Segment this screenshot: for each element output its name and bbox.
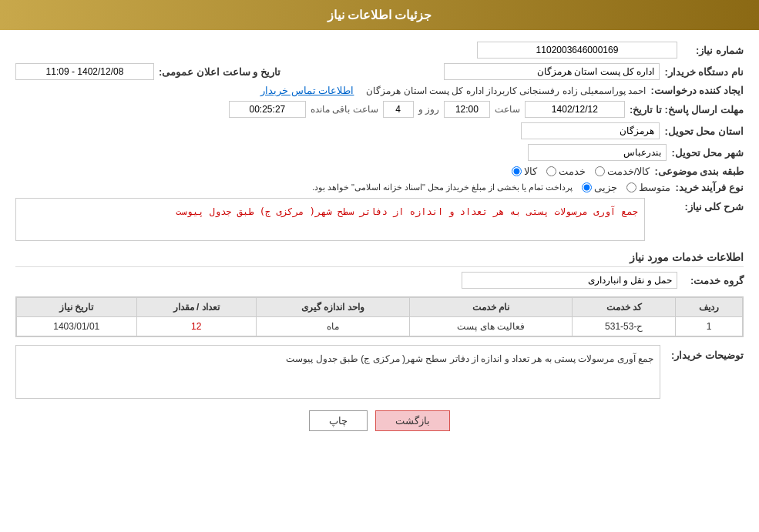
need-number-row: شماره نیاز: (15, 42, 744, 59)
table-header-row: ردیف کد خدمت نام خدمت واحد اندازه گیری ت… (17, 298, 743, 317)
purchase-radio-item-motavasset: متوسط (626, 182, 670, 193)
category-kala-label: کالا (524, 166, 537, 177)
category-radio-item-kala: کالا (512, 166, 537, 177)
need-number-label: شماره نیاز: (682, 45, 744, 56)
page-title: جزئیات اطلاعات نیاز (327, 8, 432, 22)
cell-row-num: 1 (676, 317, 743, 336)
print-button[interactable]: چاپ (309, 410, 368, 431)
cell-quantity: 12 (136, 317, 256, 336)
deadline-days-label: روز و (418, 104, 439, 115)
page-container: جزئیات اطلاعات نیاز شماره نیاز: نام دستگ… (0, 0, 759, 532)
purchase-jozi-label: جزیی (594, 182, 617, 193)
cell-date: 1403/01/01 (17, 317, 137, 336)
category-radio-kala[interactable] (512, 166, 522, 176)
service-group-label: گروه خدمت: (682, 275, 744, 286)
deadline-label: مهلت ارسال پاسخ: تا تاریخ: (630, 104, 744, 115)
services-table: ردیف کد خدمت نام خدمت واحد اندازه گیری ت… (16, 297, 743, 336)
category-radio-kala-khedmat[interactable] (595, 166, 605, 176)
col-service-name: نام خدمت (410, 298, 573, 317)
cell-service-name: فعالیت های پست (410, 317, 573, 336)
category-radio-item-khedmat: خدمت (546, 166, 586, 177)
deadline-row: مهلت ارسال پاسخ: تا تاریخ: ساعت روز و سا… (15, 101, 744, 118)
cell-unit: ماه (256, 317, 409, 336)
province-label: استان محل تحویل: (664, 125, 744, 137)
category-row: طبقه بندی موضوعی: کالا/خدمت خدمت کالا (15, 166, 744, 177)
purchase-type-row: نوع فرآیند خرید: متوسط جزیی پرداخت تمام … (15, 182, 744, 193)
creator-value: احمد پوراسمعیلی زاده رفسنجانی کاربرداز ا… (366, 85, 646, 96)
services-section-title: اطلاعات خدمات مورد نیاز (15, 251, 744, 267)
city-label: شهر محل تحویل: (671, 147, 744, 159)
org-row: نام دستگاه خریدار: تاریخ و ساعت اعلان عم… (15, 63, 744, 80)
cell-service-code: ح-53-531 (573, 317, 676, 336)
need-desc-textarea[interactable]: جمع آوری مرسولات پستی به هر تعداد و اندا… (15, 198, 645, 241)
creator-label: ایجاد کننده درخواست: (650, 85, 744, 96)
deadline-time-label: ساعت (495, 104, 520, 115)
creator-row: ایجاد کننده درخواست: احمد پوراسمعیلی زاد… (15, 85, 744, 96)
col-date: تاریخ نیاز (17, 298, 137, 317)
service-group-input[interactable] (462, 272, 677, 289)
purchase-type-label: نوع فرآیند خرید: (675, 182, 744, 193)
deadline-time-input[interactable] (444, 101, 490, 118)
deadline-remaining-input[interactable] (229, 101, 306, 118)
category-radio-item-kala-khedmat: کالا/خدمت (595, 166, 650, 177)
category-kala-khedmat-label: کالا/خدمت (607, 166, 650, 177)
content-area: شماره نیاز: نام دستگاه خریدار: تاریخ و س… (0, 30, 759, 450)
creator-link[interactable]: اطلاعات تماس خریدار (260, 85, 354, 96)
buyer-desc-text: جمع آوری مرسولات پستی به هر تعداد و اندا… (286, 353, 653, 364)
category-radio-group: کالا/خدمت خدمت کالا (512, 166, 650, 177)
org-name-input[interactable] (444, 63, 660, 80)
col-service-code: کد خدمت (573, 298, 676, 317)
service-group-row: گروه خدمت: (15, 272, 744, 289)
deadline-days-input[interactable] (383, 101, 414, 118)
category-khedmat-label: خدمت (559, 166, 586, 177)
purchase-radio-jozi[interactable] (582, 182, 592, 192)
city-row: شهر محل تحویل: (15, 144, 744, 161)
need-desc-label: شرح کلی نیاز: (651, 198, 744, 212)
col-row-num: ردیف (676, 298, 743, 317)
announcement-label: تاریخ و ساعت اعلان عمومی: (159, 66, 280, 78)
col-quantity: تعداد / مقدار (136, 298, 256, 317)
announcement-input[interactable] (15, 63, 154, 80)
purchase-radio-motavasset[interactable] (626, 182, 636, 192)
category-radio-khedmat[interactable] (546, 166, 556, 176)
page-header: جزئیات اطلاعات نیاز (0, 0, 759, 30)
buyer-desc-label: توضیحات خریدار: (667, 345, 744, 361)
deadline-remaining-label: ساعت باقی مانده (311, 104, 378, 115)
services-table-container: ردیف کد خدمت نام خدمت واحد اندازه گیری ت… (15, 296, 744, 337)
category-label: طبقه بندی موضوعی: (654, 166, 744, 177)
city-input[interactable] (528, 144, 667, 161)
province-row: استان محل تحویل: (15, 122, 744, 139)
buyer-desc-content: جمع آوری مرسولات پستی به هر تعداد و اندا… (15, 345, 660, 399)
province-input[interactable] (521, 122, 660, 139)
purchase-radio-item-jozi: جزیی (582, 182, 617, 193)
table-row: 1 ح-53-531 فعالیت های پست ماه 12 1403/01… (17, 317, 743, 336)
col-unit: واحد اندازه گیری (256, 298, 409, 317)
buttons-row: بازگشت چاپ (15, 410, 744, 431)
purchase-motavasset-label: متوسط (639, 182, 670, 193)
buyer-desc-wrapper: توضیحات خریدار: جمع آوری مرسولات پستی به… (15, 345, 744, 399)
back-button[interactable]: بازگشت (375, 410, 450, 431)
buyer-desc-box: جمع آوری مرسولات پستی به هر تعداد و اندا… (15, 345, 660, 399)
deadline-date-input[interactable] (525, 101, 625, 118)
org-name-label: نام دستگاه خریدار: (664, 66, 744, 78)
purchase-note: پرداخت تمام یا بخشی از مبلغ خریداز محل "… (312, 182, 573, 192)
need-number-input[interactable] (477, 42, 677, 59)
need-desc-row: شرح کلی نیاز: جمع آوری مرسولات پستی به ه… (15, 198, 744, 243)
purchase-type-radio-group: متوسط جزیی پرداخت تمام یا بخشی از مبلغ خ… (312, 182, 671, 193)
